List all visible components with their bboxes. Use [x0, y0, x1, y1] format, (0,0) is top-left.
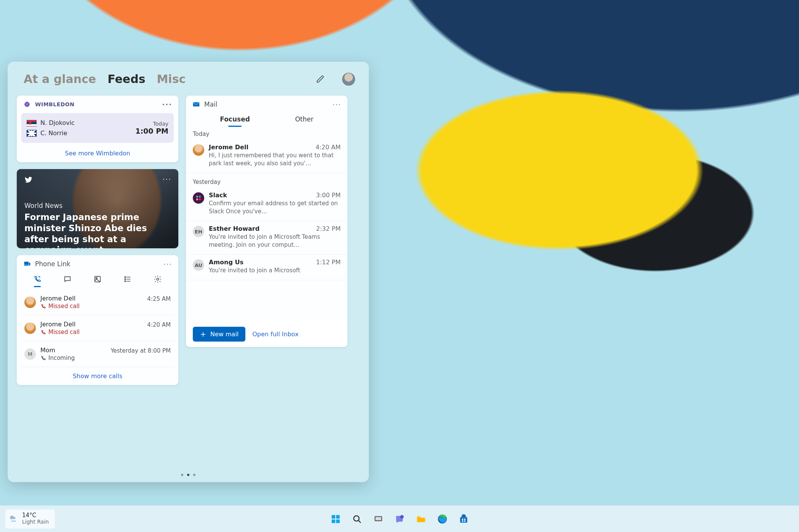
phonelink-call-row[interactable]: MMomIncomingYesterday at 8:00 PM — [21, 341, 175, 367]
widgets-panel: At a glance Feeds Misc WIMBLEDON — [8, 62, 369, 482]
new-mail-button[interactable]: New mail — [193, 327, 245, 342]
mail-tab-focused[interactable]: Focused — [218, 113, 251, 125]
store-button[interactable] — [456, 511, 472, 527]
player-name: N. Djokovic — [40, 119, 75, 126]
call-status: Incoming — [40, 355, 106, 361]
caller-avatar — [24, 323, 36, 334]
taskview-button[interactable] — [370, 511, 386, 527]
start-button[interactable] — [328, 511, 344, 527]
mail-item[interactable]: Slack3:00 PMConfirm your email address t… — [186, 188, 347, 221]
taskbar-weather[interactable]: 14°C Light Rain — [5, 510, 55, 529]
caller-avatar — [24, 297, 36, 308]
mail-preview: Confirm your email address to get starte… — [209, 200, 341, 216]
svg-point-6 — [125, 276, 126, 278]
tab-misc[interactable]: Misc — [157, 72, 186, 86]
mail-time: 3:00 PM — [316, 192, 341, 199]
taskbar-apps — [328, 511, 472, 527]
page-dot[interactable] — [187, 474, 189, 476]
svg-point-9 — [157, 278, 159, 280]
wimbledon-time: Today 1:00 PM — [135, 121, 168, 135]
wimbledon-player-row: C. Norrie — [27, 128, 135, 138]
mail-more-icon[interactable]: ··· — [333, 101, 341, 109]
tab-feeds[interactable]: Feeds — [107, 72, 145, 86]
phonelink-call-row[interactable]: Jerome DellMissed call4:20 AM — [21, 315, 175, 341]
news-headline: Former Japanese prime minister Shinzo Ab… — [24, 212, 171, 248]
edge-button[interactable] — [434, 511, 450, 527]
news-more-icon[interactable]: ··· — [163, 175, 171, 183]
mail-preview: You're invited to join a Microsoft — [209, 267, 341, 275]
desktop-wallpaper: At a glance Feeds Misc WIMBLEDON — [0, 0, 799, 532]
page-dot[interactable] — [193, 474, 195, 476]
sender-avatar — [193, 192, 204, 204]
mail-item[interactable]: AUAmong Us1:12 PMYou're invited to join … — [186, 255, 347, 280]
phonelink-call-row[interactable]: Jerome DellMissed call4:25 AM — [21, 289, 175, 315]
twitter-icon — [24, 175, 33, 184]
explorer-button[interactable] — [413, 511, 429, 527]
phonelink-more-icon[interactable]: ··· — [163, 260, 172, 268]
chat-button[interactable] — [392, 511, 408, 527]
flag-uk-icon — [27, 130, 37, 137]
taskbar: 14°C Light Rain — [0, 505, 799, 532]
open-full-inbox-link[interactable]: Open full Inbox — [252, 331, 298, 338]
phonelink-tab-settings[interactable] — [151, 273, 164, 286]
mail-tab-other[interactable]: Other — [293, 113, 315, 125]
weather-rain-icon — [9, 514, 18, 523]
svg-rect-2 — [29, 263, 30, 266]
mail-time: 2:32 PM — [316, 225, 341, 232]
phonelink-tab-messages[interactable] — [61, 273, 74, 286]
svg-rect-3 — [24, 265, 29, 266]
phonelink-icon — [23, 260, 31, 268]
wimbledon-icon — [23, 100, 31, 109]
mail-actions: New mail Open full Inbox — [186, 321, 347, 347]
mail-item[interactable]: Jerome Dell4:20 AMHi, I just remembered … — [186, 140, 347, 173]
call-status: Missed call — [40, 329, 143, 335]
search-button[interactable] — [349, 511, 365, 527]
svg-point-17 — [400, 515, 404, 518]
call-time: Yesterday at 8:00 PM — [110, 347, 171, 354]
mail-from: Slack — [209, 192, 227, 199]
wimbledon-see-more-link[interactable]: See more Wimbledon — [17, 147, 178, 162]
svg-rect-11 — [336, 515, 339, 518]
mail-time: 1:12 PM — [316, 259, 341, 266]
edit-widgets-icon[interactable] — [315, 73, 326, 85]
sender-avatar: AU — [193, 259, 204, 271]
phonelink-card: Phone Link ··· — [17, 255, 178, 385]
mail-item[interactable]: EHEsther Howard2:32 PMYou're invited to … — [186, 221, 347, 255]
svg-rect-10 — [331, 515, 335, 518]
news-category: World News — [24, 202, 62, 209]
call-status: Missed call — [40, 303, 143, 310]
player-name: C. Norrie — [40, 129, 67, 137]
caller-name: Jerome Dell — [40, 321, 143, 328]
mail-tabs: Focused Other — [186, 113, 347, 125]
svg-rect-20 — [464, 518, 466, 520]
mail-icon — [192, 100, 200, 109]
svg-point-7 — [125, 279, 126, 280]
svg-rect-16 — [375, 517, 381, 520]
sender-avatar: EH — [193, 226, 204, 237]
phonelink-tab-photos[interactable] — [91, 273, 104, 286]
mail-from: Jerome Dell — [209, 144, 248, 151]
wimbledon-more-icon[interactable]: ··· — [162, 101, 172, 109]
phonelink-tab-tasks[interactable] — [121, 273, 134, 286]
page-indicator — [8, 474, 369, 476]
flag-serbia-icon — [27, 120, 37, 126]
tab-at-a-glance[interactable]: At a glance — [24, 72, 96, 86]
svg-point-14 — [354, 516, 359, 521]
caller-name: Jerome Dell — [40, 295, 143, 302]
page-dot[interactable] — [181, 474, 183, 476]
caller-name: Mom — [40, 347, 106, 354]
wimbledon-match[interactable]: N. Djokovic C. Norrie Today 1:00 PM — [21, 113, 174, 143]
phonelink-tabs — [17, 273, 178, 287]
caller-avatar: M — [24, 348, 36, 360]
svg-rect-22 — [464, 520, 466, 522]
svg-point-5 — [96, 277, 97, 279]
user-avatar[interactable] — [342, 73, 355, 86]
phonelink-tab-calls[interactable] — [31, 273, 44, 286]
mail-from: Among Us — [209, 259, 243, 266]
svg-rect-13 — [336, 519, 339, 523]
phonelink-show-more-link[interactable]: Show more calls — [17, 367, 178, 385]
mail-preview: Hi, I just remembered that you went to t… — [209, 152, 341, 168]
mail-title: Mail — [204, 101, 333, 108]
wimbledon-player-row: N. Djokovic — [27, 118, 135, 128]
news-card[interactable]: ··· World News Former Japanese prime min… — [17, 169, 178, 248]
